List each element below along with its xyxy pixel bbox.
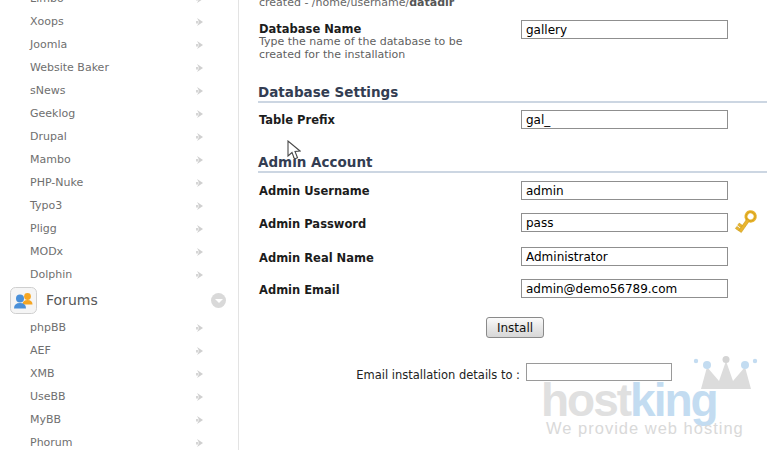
sidebar-item[interactable]: PHP-Nuke [0, 171, 238, 194]
sidebar-item[interactable]: phpBB [0, 316, 238, 339]
sidebar-item[interactable]: XMB [0, 362, 238, 385]
sidebar-item[interactable]: Limbo [0, 0, 238, 10]
table-prefix-label: Table Prefix [259, 113, 335, 127]
arrow-right-icon [196, 438, 204, 448]
arrow-right-icon [196, 132, 204, 142]
sidebar-item-label: sNews [30, 84, 65, 97]
sidebar-item-label: Drupal [30, 130, 67, 143]
sidebar-item[interactable]: Drupal [0, 125, 238, 148]
arrow-right-icon [196, 323, 204, 333]
sidebar-item[interactable]: AEF [0, 339, 238, 362]
sidebar-item[interactable]: Phorum [0, 431, 238, 450]
admin-username-input[interactable] [521, 181, 728, 200]
admin-real-name-label: Admin Real Name [259, 251, 374, 265]
sidebar-item[interactable]: Mambo [0, 148, 238, 171]
sidebar-item-label: Pligg [30, 222, 57, 235]
datadir-note: created - /home/username/datadir [259, 0, 454, 9]
sidebar: Limbo Xoops Joomla [0, 0, 238, 450]
admin-username-label: Admin Username [259, 184, 370, 198]
sidebar-cms-list: Limbo Xoops Joomla [0, 0, 238, 286]
sidebar-item[interactable]: Typo3 [0, 194, 238, 217]
arrow-right-icon [196, 63, 204, 73]
sidebar-item-label: Website Baker [30, 61, 109, 74]
sidebar-section-forums[interactable]: Forums [0, 286, 238, 314]
arrow-right-icon [196, 0, 204, 4]
sidebar-item-label: Joomla [30, 38, 67, 51]
sidebar-item[interactable]: Website Baker [0, 56, 238, 79]
arrow-right-icon [196, 86, 204, 96]
arrow-right-icon [196, 109, 204, 119]
forums-section-label: Forums [46, 292, 98, 308]
sidebar-item-label: MODx [30, 245, 63, 258]
sidebar-item-label: Mambo [30, 153, 71, 166]
arrow-right-icon [196, 270, 204, 280]
key-icon[interactable] [733, 208, 759, 238]
table-prefix-input[interactable] [521, 110, 728, 129]
sidebar-item-label: MyBB [30, 413, 61, 426]
sidebar-item-label: Typo3 [30, 199, 62, 212]
users-icon [10, 287, 37, 314]
database-name-description: Type the name of the database to be crea… [259, 35, 462, 61]
admin-password-label: Admin Password [259, 217, 366, 231]
arrow-right-icon [196, 40, 204, 50]
install-button[interactable]: Install [486, 317, 544, 338]
arrow-right-icon [196, 201, 204, 211]
admin-email-input[interactable] [521, 279, 728, 298]
sidebar-item[interactable]: Geeklog [0, 102, 238, 125]
sidebar-forum-list: phpBB AEF XMB [0, 316, 238, 450]
arrow-right-icon [196, 247, 204, 257]
database-name-label: Database Name [259, 22, 361, 36]
database-name-input[interactable] [521, 20, 728, 39]
email-details-label: Email installation details to : [258, 368, 520, 382]
sidebar-item[interactable]: Joomla [0, 33, 238, 56]
sidebar-item-label: Dolphin [30, 268, 72, 281]
database-settings-heading: Database Settings [258, 85, 767, 103]
sidebar-item[interactable]: Dolphin [0, 263, 238, 286]
sidebar-item[interactable]: MyBB [0, 408, 238, 431]
arrow-right-icon [196, 392, 204, 402]
admin-password-input[interactable] [521, 213, 728, 232]
sidebar-item-label: Phorum [30, 436, 73, 449]
sidebar-item-label: phpBB [30, 321, 66, 334]
arrow-right-icon [196, 155, 204, 165]
sidebar-item-label: Limbo [30, 0, 64, 5]
admin-account-heading: Admin Account [258, 155, 767, 173]
arrow-right-icon [196, 224, 204, 234]
sidebar-item-label: Geeklog [30, 107, 75, 120]
arrow-right-icon [196, 369, 204, 379]
sidebar-item-label: PHP-Nuke [30, 176, 83, 189]
sidebar-item[interactable]: Xoops [0, 10, 238, 33]
arrow-right-icon [196, 346, 204, 356]
sidebar-item-label: AEF [30, 344, 51, 357]
arrow-right-icon [196, 17, 204, 27]
sidebar-item[interactable]: Pligg [0, 217, 238, 240]
sidebar-item-label: XMB [30, 367, 55, 380]
arrow-right-icon [196, 178, 204, 188]
arrow-right-icon [196, 415, 204, 425]
email-details-input[interactable] [526, 363, 672, 381]
install-form: created - /home/username/datadir Databas… [258, 0, 770, 450]
sidebar-item-label: Xoops [30, 15, 64, 28]
sidebar-divider [238, 0, 239, 450]
admin-email-label: Admin Email [259, 283, 340, 297]
sidebar-item-label: UseBB [30, 390, 66, 403]
sidebar-item[interactable]: MODx [0, 240, 238, 263]
admin-real-name-input[interactable] [521, 247, 728, 266]
chevron-down-circle-icon[interactable] [211, 293, 226, 308]
sidebar-item[interactable]: UseBB [0, 385, 238, 408]
sidebar-item[interactable]: sNews [0, 79, 238, 102]
